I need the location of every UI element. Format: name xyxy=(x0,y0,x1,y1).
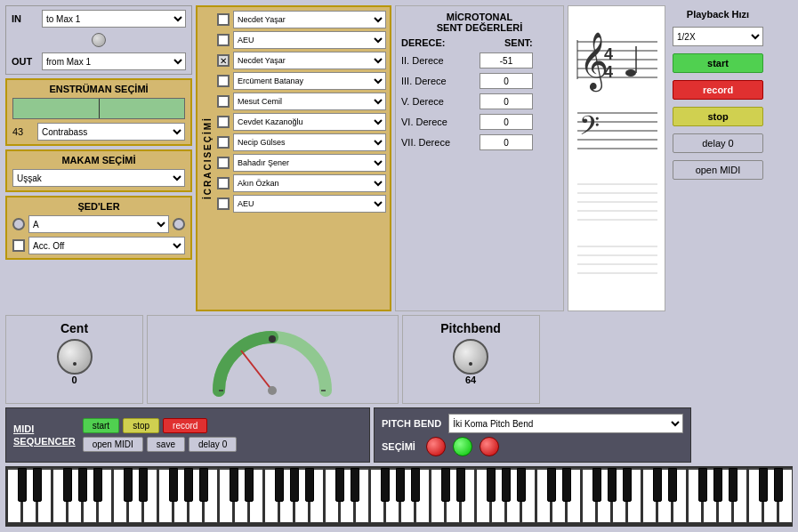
pitch-led-green[interactable] xyxy=(453,437,472,456)
in-select[interactable]: to Max 1 xyxy=(42,10,186,28)
piano-black-key[interactable] xyxy=(623,468,632,502)
piano-black-key[interactable] xyxy=(230,468,238,502)
piano-black-key[interactable] xyxy=(562,468,571,502)
cent-knob[interactable] xyxy=(57,339,93,375)
icra-check-3[interactable]: ✕ xyxy=(217,54,230,67)
piano-black-key[interactable] xyxy=(124,468,133,502)
makam-select[interactable]: Uşşak xyxy=(12,169,185,187)
svg-point-8 xyxy=(625,69,636,77)
pitch-bend-label: PITCH BEND xyxy=(382,418,441,429)
seq-delay-button[interactable]: delay 0 xyxy=(189,437,237,452)
pitch-secimi-select[interactable]: İki Koma Pitch Bend xyxy=(448,414,683,433)
piano-black-key[interactable] xyxy=(245,468,254,502)
piano-black-key[interactable] xyxy=(759,468,768,502)
acc-checkbox[interactable] xyxy=(12,239,25,252)
piano-black-key[interactable] xyxy=(184,468,193,502)
stop-button[interactable]: stop xyxy=(673,107,763,126)
icra-select-9[interactable]: Akın Özkan xyxy=(233,174,386,192)
piano-black-key[interactable] xyxy=(668,468,677,502)
piano-black-key[interactable] xyxy=(33,468,42,502)
piano-black-key[interactable] xyxy=(351,468,359,502)
piano-black-key[interactable] xyxy=(139,468,148,502)
record-button[interactable]: record xyxy=(673,80,763,100)
piano-black-key[interactable] xyxy=(487,468,496,502)
icra-check-4[interactable] xyxy=(217,75,230,87)
pitch-led-red-2[interactable] xyxy=(480,437,499,456)
piano-black-key[interactable] xyxy=(517,468,526,502)
open-midi-button[interactable]: open MIDI xyxy=(673,160,763,180)
icra-select-6[interactable]: Cevdet Kazanoğlu xyxy=(233,113,386,131)
piano-black-key[interactable] xyxy=(411,468,420,502)
instrument-row: 43 Contrabass xyxy=(12,123,185,141)
piano-black-key[interactable] xyxy=(275,468,284,502)
piano-black-key[interactable] xyxy=(93,468,102,502)
sed-radio-1[interactable] xyxy=(12,218,25,230)
icra-check-9[interactable] xyxy=(217,177,230,189)
seq-save-button[interactable]: save xyxy=(147,437,185,452)
seq-open-midi-button[interactable]: open MIDI xyxy=(83,437,143,452)
seq-stop-button[interactable]: stop xyxy=(123,418,159,433)
piano-black-key[interactable] xyxy=(441,468,450,502)
icra-select-2[interactable]: AEU xyxy=(233,31,386,49)
piano-black-key[interactable] xyxy=(729,468,738,502)
piano-black-key[interactable] xyxy=(290,468,299,502)
piano-black-key[interactable] xyxy=(608,468,617,502)
delay-button[interactable]: delay 0 xyxy=(673,133,763,153)
icra-select-10[interactable]: AEU xyxy=(233,195,386,213)
sent-input-4[interactable] xyxy=(480,114,533,130)
pitch-led-red-1[interactable] xyxy=(426,437,446,456)
sent-input-1[interactable] xyxy=(480,52,533,69)
piano-black-key[interactable] xyxy=(713,468,722,502)
icra-check-8[interactable] xyxy=(217,157,230,169)
seq-record-button[interactable]: record xyxy=(163,418,207,433)
sent-input-2[interactable] xyxy=(480,73,533,89)
icra-panel: İCRACISEÇİMİ Necdet Yaşar AEU ✕ Necdet Y… xyxy=(196,5,391,311)
icra-select-4[interactable]: Ercüment Batanay xyxy=(233,72,386,90)
piano-black-key[interactable] xyxy=(63,468,72,502)
piano-black-key[interactable] xyxy=(199,468,208,502)
piano-white-keys[interactable] xyxy=(7,468,793,523)
seq-start-button[interactable]: start xyxy=(83,418,119,433)
out-select[interactable]: from Max 1 xyxy=(42,52,186,70)
acc-select[interactable]: Acc. Off xyxy=(28,237,185,254)
sent-input-5[interactable] xyxy=(480,134,533,150)
piano-black-key[interactable] xyxy=(698,468,707,502)
derece-name-4: VI. Derece xyxy=(401,117,472,127)
instrument-select[interactable]: Contrabass xyxy=(37,123,185,141)
icra-select-1[interactable]: Necdet Yaşar xyxy=(233,11,386,28)
sed-radio-2[interactable] xyxy=(173,218,185,230)
seq-button-group: start stop record open MIDI save delay 0 xyxy=(83,418,238,452)
icra-check-2[interactable] xyxy=(217,34,230,46)
piano-black-key[interactable] xyxy=(396,468,405,502)
playback-select[interactable]: 1/2X 1/4X 1X 2X xyxy=(673,27,763,46)
piano-keyboard[interactable] xyxy=(5,466,793,527)
piano-black-key[interactable] xyxy=(547,468,556,502)
piano-black-key[interactable] xyxy=(18,468,27,502)
icra-select-7[interactable]: Necip Gülses xyxy=(233,133,386,151)
piano-black-key[interactable] xyxy=(78,468,87,502)
piano-black-key[interactable] xyxy=(653,468,662,502)
icra-select-3[interactable]: Necdet Yaşar xyxy=(233,52,386,69)
pitchbend-knob[interactable] xyxy=(453,339,488,375)
derece-row-1: II. Derece xyxy=(401,52,558,69)
piano-black-key[interactable] xyxy=(305,468,314,502)
piano-black-key[interactable] xyxy=(381,468,390,502)
piano-black-key[interactable] xyxy=(774,468,783,502)
icra-check-6[interactable] xyxy=(217,116,230,128)
icra-check-10[interactable] xyxy=(217,197,230,210)
piano-black-key[interactable] xyxy=(502,468,511,502)
piano-black-key[interactable] xyxy=(335,468,344,502)
icra-check-5[interactable] xyxy=(217,95,230,108)
start-button[interactable]: start xyxy=(673,53,763,73)
instrument-slider[interactable] xyxy=(12,98,185,119)
icra-select-5[interactable]: Mesut Cemil xyxy=(233,93,386,110)
sent-input-3[interactable] xyxy=(480,93,533,109)
piano-black-key[interactable] xyxy=(169,468,178,502)
piano-black-key[interactable] xyxy=(456,468,465,502)
sed-select[interactable]: A xyxy=(28,215,169,233)
piano-black-key[interactable] xyxy=(592,468,601,502)
list-item: Necdet Yaşar xyxy=(217,11,386,28)
icra-check-7[interactable] xyxy=(217,136,230,149)
icra-check-1[interactable] xyxy=(217,13,230,26)
icra-select-8[interactable]: Bahadır Şener xyxy=(233,154,386,172)
